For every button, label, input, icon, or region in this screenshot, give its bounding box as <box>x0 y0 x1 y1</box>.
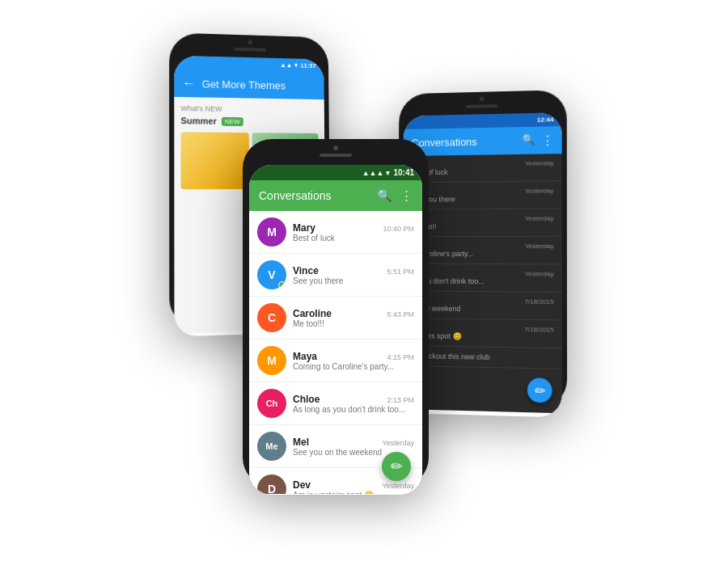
time-back: 11:37 <box>300 62 316 70</box>
wifi-front: ▾ <box>386 169 390 177</box>
conv-text-vince: Vince 5:51 PM See you there <box>293 265 414 285</box>
conv-msg-vince: See you there <box>293 276 414 285</box>
search-icon-front[interactable]: 🔍 <box>377 188 392 203</box>
avatar-dev: D <box>257 475 286 494</box>
conv-text-maya: Maya 4:15 PM Coming to Caroline's party.… <box>293 351 414 371</box>
new-badge: NEW <box>222 116 243 125</box>
conv-item-caroline[interactable]: C Caroline 5:43 PM Me too!!! <box>249 297 422 340</box>
online-dot-vince <box>278 281 286 289</box>
toolbar-front-icons: 🔍 ⋮ <box>377 188 413 203</box>
avatar-mel: Me <box>257 432 286 461</box>
time-front: 10:41 <box>393 168 414 177</box>
conv-msg-mary: Best of luck <box>293 234 414 243</box>
time-mid: 12:44 <box>537 116 554 123</box>
conv-name-row-maya: Maya 4:15 PM <box>293 351 414 362</box>
more-icon-mid[interactable]: ⋮ <box>541 133 553 147</box>
conv-time-mary: 10:40 PM <box>383 225 414 233</box>
conv-msg-caroline: Me too!!! <box>293 319 414 328</box>
search-icon-mid[interactable]: 🔍 <box>522 133 535 148</box>
fab-mid[interactable]: ✏ <box>527 378 552 403</box>
speaker-front <box>320 154 352 157</box>
conv-name-chloe: Chloe <box>293 394 320 405</box>
conv-name-maya: Maya <box>293 351 317 362</box>
whats-new-label: What's NEW <box>180 103 318 115</box>
toolbar-mid-icons: 🔍 ⋮ <box>522 133 553 148</box>
conv-item-maya[interactable]: M Maya 4:15 PM Coming to Caroline's part… <box>249 340 422 382</box>
camera <box>248 40 252 44</box>
summer-row: Summer NEW <box>180 116 318 127</box>
conv-text-caroline: Caroline 5:43 PM Me too!!! <box>293 308 414 328</box>
toolbar-back-title: Get More Themes <box>202 78 286 91</box>
conv-name-mel: Mel <box>293 437 309 448</box>
conv-name-vince: Vince <box>293 265 319 276</box>
more-icon-front[interactable]: ⋮ <box>400 188 413 203</box>
fab-front[interactable]: ✏ <box>382 452 411 481</box>
conv-name-caroline: Caroline <box>293 308 332 319</box>
conv-time-mel: Yesterday <box>382 439 414 447</box>
phone-front-screen: ▲▲▲ ▾ 10:41 Conversations 🔍 ⋮ M <box>249 165 422 495</box>
conv-time-dev: Yesterday <box>382 482 414 490</box>
conv-time-chloe: 2:13 PM <box>387 396 414 404</box>
summer-label: Summer <box>180 116 216 126</box>
avatar-mary: M <box>257 217 286 247</box>
signal-front: ▲▲▲ <box>362 169 384 177</box>
conv-msg-maya: Coming to Caroline's party... <box>293 362 414 371</box>
conv-name-row-vince: Vince 5:51 PM <box>293 265 414 276</box>
conv-time-vince: 5:51 PM <box>387 268 414 276</box>
toolbar-front: Conversations 🔍 ⋮ <box>249 180 422 211</box>
status-bar-front: ▲▲▲ ▾ 10:41 <box>249 165 422 180</box>
conv-name-row-mary: Mary 10:40 PM <box>293 222 414 234</box>
conv-text-mary: Mary 10:40 PM Best of luck <box>293 222 414 243</box>
conv-text-chloe: Chloe 2:13 PM As long as you don't drink… <box>293 394 414 414</box>
phone-front: ▲▲▲ ▾ 10:41 Conversations 🔍 ⋮ M <box>243 139 429 487</box>
conv-item-mary[interactable]: M Mary 10:40 PM Best of luck <box>249 211 422 254</box>
conv-item-chloe[interactable]: Ch Chloe 2:13 PM As long as you don't dr… <box>249 382 422 425</box>
avatar-vince: V <box>257 260 286 289</box>
theme-card-1[interactable] <box>180 132 249 189</box>
conv-name-mary: Mary <box>293 222 315 234</box>
conv-name-row-mel: Mel Yesterday <box>293 437 414 448</box>
avatar-chloe: Ch <box>257 389 286 418</box>
camera-front <box>333 146 338 150</box>
conv-time-maya: 4:15 PM <box>387 353 414 361</box>
toolbar-back: ← Get More Themes <box>174 70 324 99</box>
back-arrow-icon[interactable]: ← <box>182 76 195 91</box>
camera-mid <box>480 97 485 102</box>
signal-icon: ▲▲ <box>280 61 292 69</box>
conv-name-row-caroline: Caroline 5:43 PM <box>293 308 414 319</box>
conv-time-caroline: 5:43 PM <box>387 310 414 318</box>
conv-name-dev: Dev <box>293 479 311 491</box>
conv-msg-chloe: As long as you don't drink too... <box>293 405 414 414</box>
conv-item-vince[interactable]: V Vince 5:51 PM See you there <box>249 254 422 297</box>
conv-name-row-chloe: Chloe 2:13 PM <box>293 394 414 405</box>
phones-container: ▲▲ ▾ 11:37 ← Get More Themes What's NEW … <box>121 18 607 543</box>
wifi-icon: ▾ <box>294 61 297 69</box>
speaker <box>234 48 265 52</box>
avatar-maya: M <box>257 346 286 375</box>
conv-text-dev: Dev Yesterday Am in upstairs spot 😊 <box>293 479 414 495</box>
conv-msg-dev: Am in upstairs spot 😊 <box>293 491 414 495</box>
avatar-caroline: C <box>257 303 286 332</box>
toolbar-front-title: Conversations <box>259 189 332 202</box>
speaker-mid <box>466 104 497 108</box>
conv-list-front: M Mary 10:40 PM Best of luck V Vince <box>249 211 422 494</box>
